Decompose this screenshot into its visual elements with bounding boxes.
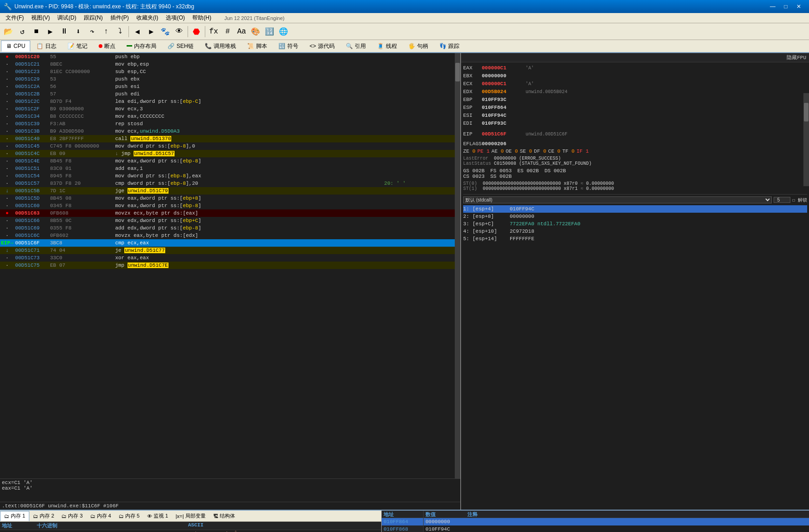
stack-list-row-5[interactable]: 5: [esp+14] FFFFFFFE <box>463 235 807 242</box>
tb-expr[interactable]: fx <box>207 25 220 38</box>
mem-tab-5[interactable]: 🗂 内存 5 <box>115 511 143 521</box>
stack-list-row-1[interactable]: 1: [esp+4] 010FF94C <box>463 205 807 213</box>
table-row[interactable]: · 00D51C40 E8 2BF7FFFF call unwind.D5137… <box>0 135 455 142</box>
table-row[interactable]: ● 00D51C20 55 push ebp <box>0 53 455 61</box>
mem-tab-3[interactable]: 🗂 内存 3 <box>58 511 86 521</box>
tb-watch[interactable]: 👁 <box>173 25 186 38</box>
flag-ze[interactable]: ZE 0 <box>463 148 475 154</box>
hide-fpu-button[interactable]: 隐藏FPU <box>787 55 806 61</box>
table-row[interactable]: · 00D51C75 EB 07 jmp unwind.D51C7E <box>0 262 455 269</box>
tb-restart[interactable]: ↺ <box>16 25 29 38</box>
tab-seh[interactable]: 🔗 SEH链 <box>162 40 199 52</box>
tb-run[interactable]: ▶ <box>44 25 57 38</box>
stack-panel-row[interactable]: 010FF864 <box>382 518 423 525</box>
tb-stepover[interactable]: ↷ <box>86 25 99 38</box>
mem-tab-1[interactable]: 🗂 内存 1 <box>0 511 29 521</box>
stack-list-row-4[interactable]: 4: [esp+10] 2C972D18 <box>463 228 807 235</box>
table-row[interactable]: ● 00D51C63 0FB608 movzx ecx,byte ptr ds:… <box>0 209 455 217</box>
reg-scrollbar[interactable] <box>803 93 809 186</box>
table-row[interactable]: · 00D51C51 83C0 01 add eax,1 <box>0 165 455 172</box>
table-row[interactable]: · 00D51C73 33C0 xor eax,eax <box>0 254 455 262</box>
table-row[interactable]: · 00D51C69 0355 F8 add edx,dword ptr ss:… <box>0 224 455 232</box>
table-row[interactable]: · 00D51C57 837D F8 20 cmp dword ptr ss:[… <box>0 180 455 187</box>
close-button[interactable]: ✕ <box>792 0 805 13</box>
flag-df[interactable]: DF 0 <box>534 148 546 154</box>
reg-eax-val[interactable]: 000000C1 <box>482 65 524 71</box>
flag-pe[interactable]: PE 1 <box>477 148 489 154</box>
table-row[interactable]: · 00D51C34 B8 CCCCCCCC mov eax,CCCCCCCC <box>0 113 455 120</box>
callconv-num[interactable] <box>774 197 790 203</box>
memory-content[interactable]: 地址 十六进制 ASCII 00D5B024 C1 A7 AA 87 B6 21… <box>0 522 381 532</box>
tb-back[interactable]: ◀ <box>131 25 144 38</box>
flag-oe[interactable]: OE 0 <box>506 148 518 154</box>
table-row[interactable]: · 00D51C4C EB 09 ↓ jmp unwind.D51C57 <box>0 150 455 157</box>
table-row[interactable]: · 00D51C39 F3:AB rep stosd <box>0 120 455 128</box>
stack-val-row[interactable]: 00000000 <box>424 518 809 525</box>
tb-pause[interactable]: ⏸ <box>58 25 71 38</box>
table-row[interactable]: · 00D51C3B B9 A3D0D500 mov ecx,unwind.D5… <box>0 128 455 135</box>
tab-log[interactable]: 📋 日志 <box>31 40 61 52</box>
table-row[interactable]: · 00D51C23 81EC CC000000 sub esp,CC <box>0 68 455 75</box>
tab-note[interactable]: 📝 笔记 <box>62 40 93 52</box>
table-row[interactable]: · 00D51C21 8BEC mov ebp,esp <box>0 61 455 68</box>
watch-tab-1[interactable]: 👁 监视 1 <box>143 511 172 521</box>
tb-open[interactable]: 📂 <box>2 25 15 38</box>
tab-callstack[interactable]: 📞 调用堆栈 <box>200 40 241 52</box>
menu-help[interactable]: 帮助(H) <box>189 13 215 23</box>
table-row[interactable]: · 00D51C2F B9 03000000 mov ecx,3 <box>0 105 455 113</box>
disasm-scrollbar[interactable] <box>455 53 460 478</box>
table-row[interactable]: EIP→ 00D51C6F 3BC8 cmp ecx,eax <box>0 239 455 247</box>
reg-eip-val[interactable]: 00D51C6F <box>482 131 524 137</box>
table-row[interactable]: · 00D51C60 0345 F8 mov eax,dword ptr ss:… <box>0 202 455 209</box>
disasm-view[interactable]: ● 00D51C20 55 push ebp · 00D51C21 8BEC m… <box>0 53 460 478</box>
tab-memory-map[interactable]: 内存布局 <box>121 40 162 52</box>
tb-web[interactable]: 🌐 <box>277 25 290 38</box>
table-row[interactable]: · 00D51C66 8B55 0C mov edx,dword ptr ss:… <box>0 217 455 224</box>
flag-tf[interactable]: TF 0 <box>562 148 574 154</box>
tb-trace[interactable]: 🐾 <box>159 25 172 38</box>
flag-ce[interactable]: CE 0 <box>548 148 560 154</box>
tab-cpu[interactable]: 🖥 CPU <box>1 40 30 52</box>
stack-panel-row[interactable]: 010FF868 <box>382 525 423 532</box>
tb-stop[interactable]: ■ <box>30 25 43 38</box>
reg-edx-val[interactable]: 00D5B024 <box>482 89 524 94</box>
menu-plugin[interactable]: 插件(P) <box>107 13 133 23</box>
reg-edi-val[interactable]: 010FF93C <box>482 121 524 126</box>
mem-row[interactable]: 00D5B024 C1 A7 AA 87 B6 21 73 85 8C D2 7… <box>0 530 381 532</box>
table-row[interactable]: · 00D51C2B 57 push edi <box>0 90 455 98</box>
tb-runto[interactable]: ⤵ <box>114 25 127 38</box>
stack-list-row-2[interactable]: 2: [esp+8] 00000000 <box>463 213 807 220</box>
table-row[interactable]: ↓ 00D51C5B 7D 1C jge unwind.D51C79 <box>0 187 455 195</box>
table-row[interactable]: · 00D51C29 53 push ebx <box>0 75 455 83</box>
tab-script[interactable]: 📜 脚本 <box>242 40 272 52</box>
tb-stepout[interactable]: ↑ <box>100 25 113 38</box>
menu-favorites[interactable]: 收藏夹(I) <box>133 13 162 23</box>
tab-symbol[interactable]: 🔣 符号 <box>273 40 303 52</box>
struct-tab[interactable]: 🏗 结构体 <box>209 511 239 521</box>
mem-tab-4[interactable]: 🗂 内存 4 <box>87 511 115 521</box>
table-row[interactable]: · 00D51C4E 8B45 F8 mov eax,dword ptr ss:… <box>0 157 455 165</box>
unlock-check[interactable]: ☐ 解锁 <box>792 197 807 203</box>
tb-hash[interactable]: # <box>221 25 234 38</box>
table-row[interactable]: · 00D51C45 C745 F8 00000000 mov dword pt… <box>0 142 455 150</box>
reg-esp-val[interactable]: 010FF864 <box>482 105 524 110</box>
maximize-button[interactable]: □ <box>779 0 792 13</box>
menu-debug[interactable]: 调试(D) <box>54 13 80 23</box>
tab-trace[interactable]: 👣 跟踪 <box>434 40 465 52</box>
tab-breakpoint[interactable]: 断点 <box>94 40 121 52</box>
minimize-button[interactable]: — <box>766 0 779 13</box>
menu-file[interactable]: 文件(F) <box>2 13 27 23</box>
tab-thread[interactable]: 🧵 线程 <box>372 40 402 52</box>
flag-ae[interactable]: AE 0 <box>492 148 504 154</box>
table-row[interactable]: · 00D51C5D 8B45 08 mov eax,dword ptr ss:… <box>0 195 455 202</box>
flag-se[interactable]: SE 0 <box>520 148 532 154</box>
reg-ebx-val[interactable]: 00000000 <box>482 73 524 79</box>
tb-forward[interactable]: ▶ <box>145 25 158 38</box>
eflags-val[interactable]: 00000206 <box>482 141 524 147</box>
table-row[interactable]: ↓ 00D51C71 74 04 je unwind.D51C77 <box>0 247 455 254</box>
tab-handle[interactable]: 🖐 句柄 <box>403 40 433 52</box>
reg-scrollbar-thumb[interactable] <box>804 103 809 121</box>
mem-tab-2[interactable]: 🗂 内存 2 <box>29 511 58 521</box>
flag-if[interactable]: IF 1 <box>576 148 588 154</box>
table-row[interactable]: · 00D51C2A 56 push esi <box>0 83 455 90</box>
